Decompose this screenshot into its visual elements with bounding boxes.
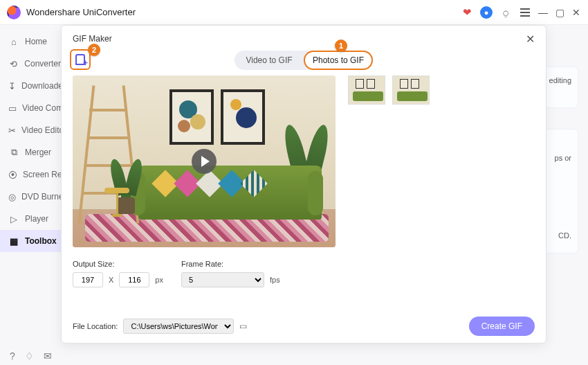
file-location-label: File Location: xyxy=(73,322,118,330)
output-height-input[interactable] xyxy=(119,272,149,287)
sidebar-item-label: Merger xyxy=(25,148,51,157)
close-icon[interactable]: ✕ xyxy=(526,33,535,46)
sidebar-item-toolbox[interactable]: ▦Toolbox xyxy=(0,230,61,252)
titlebar: Wondershare UniConverter ❤ ● ⍜ — ▢ ✕ xyxy=(0,0,588,25)
output-size-label: Output Size: xyxy=(73,260,163,268)
download-icon: ↧ xyxy=(8,81,16,91)
sidebar-item-label: DVD Burner xyxy=(21,192,61,202)
maximize-button[interactable]: ▢ xyxy=(555,6,564,19)
preview-image xyxy=(73,75,336,247)
callout-badge-1: 1 xyxy=(335,39,347,52)
frame-rate-label: Frame Rate: xyxy=(181,260,280,268)
support-icon[interactable]: ⍜ xyxy=(499,6,512,19)
gif-maker-modal: GIF Maker ✕ 2 Video to GIF Photos to GIF… xyxy=(61,25,546,344)
compress-icon: ▭ xyxy=(8,103,17,114)
menu-icon[interactable] xyxy=(519,6,531,19)
play-icon: ▷ xyxy=(8,214,19,224)
sidebar-item-dvd-burner[interactable]: ◎DVD Burner xyxy=(0,186,61,208)
sidebar-item-video-compressor[interactable]: ▭Video Compressor xyxy=(0,97,61,119)
file-location-select[interactable]: C:\Users\ws\Pictures\Wondersh xyxy=(123,319,234,334)
sidebar-item-label: Video Editor xyxy=(21,125,61,135)
tab-video-to-gif[interactable]: Video to GIF xyxy=(235,51,304,70)
modal-title: GIF Maker xyxy=(73,34,112,44)
sidebar-item-merger[interactable]: ⧉Merger xyxy=(0,141,61,163)
dimension-separator: X xyxy=(109,276,113,284)
tab-group: Video to GIF Photos to GIF 1 xyxy=(235,51,373,70)
sidebar-item-label: Video Compressor xyxy=(22,103,61,113)
merge-icon: ⧉ xyxy=(8,147,19,158)
background-text: CD. xyxy=(558,231,571,240)
minimize-button[interactable]: — xyxy=(538,6,548,19)
sidebar: ⌂Home ⟲Converter ↧Downloader ▭Video Comp… xyxy=(0,25,61,347)
sidebar-item-label: Toolbox xyxy=(25,236,57,246)
app-title: Wondershare UniConverter xyxy=(26,7,136,17)
tab-photos-to-gif[interactable]: Photos to GIF xyxy=(304,51,373,70)
close-window-button[interactable]: ✕ xyxy=(571,6,581,19)
notifications-icon[interactable]: ♢ xyxy=(25,350,34,362)
thumbnail[interactable] xyxy=(392,75,430,105)
sidebar-item-downloader[interactable]: ↧Downloader xyxy=(0,75,61,97)
sidebar-item-label: Home xyxy=(25,37,47,46)
open-folder-icon[interactable]: ▭ xyxy=(239,321,247,331)
fps-unit: fps xyxy=(270,276,280,284)
create-gif-button[interactable]: Create GIF xyxy=(469,317,535,336)
statusbar: ? ♢ ✉ xyxy=(0,347,588,365)
thumbnail[interactable] xyxy=(348,75,385,105)
feedback-icon[interactable]: ✉ xyxy=(44,350,52,362)
user-avatar-icon[interactable]: ● xyxy=(480,6,493,19)
record-icon: ⦿ xyxy=(8,170,17,180)
convert-icon: ⟲ xyxy=(8,59,19,69)
sidebar-item-converter[interactable]: ⟲Converter xyxy=(0,53,61,75)
app-logo-icon xyxy=(7,6,21,19)
thumbnail-strip xyxy=(348,75,430,247)
play-button[interactable] xyxy=(192,149,217,174)
scissors-icon: ✂ xyxy=(8,125,16,136)
sidebar-item-label: Converter xyxy=(24,59,61,69)
output-width-input[interactable] xyxy=(73,272,103,287)
toolbox-icon: ▦ xyxy=(8,236,19,247)
sidebar-item-label: Downloader xyxy=(21,81,61,91)
callout-badge-2: 2 xyxy=(88,44,100,56)
sidebar-item-video-editor[interactable]: ✂Video Editor xyxy=(0,119,61,141)
gift-icon[interactable]: ❤ xyxy=(461,6,473,19)
add-files-button[interactable]: 2 xyxy=(70,49,91,70)
size-unit: px xyxy=(155,276,163,284)
help-icon[interactable]: ? xyxy=(10,350,15,362)
frame-rate-select[interactable]: 5 xyxy=(181,272,264,287)
home-icon: ⌂ xyxy=(8,37,19,47)
disc-icon: ◎ xyxy=(8,192,16,202)
background-text: editing xyxy=(549,76,571,84)
titlebar-actions: ❤ ● ⍜ — ▢ ✕ xyxy=(461,6,581,19)
add-file-icon xyxy=(75,54,85,65)
sidebar-item-home[interactable]: ⌂Home xyxy=(0,30,61,53)
sidebar-item-label: Screen Recorder xyxy=(23,170,61,179)
sidebar-item-screen-recorder[interactable]: ⦿Screen Recorder xyxy=(0,163,61,186)
sidebar-item-player[interactable]: ▷Player xyxy=(0,208,61,230)
sidebar-item-label: Player xyxy=(25,214,48,224)
background-text: ps or xyxy=(555,154,571,162)
